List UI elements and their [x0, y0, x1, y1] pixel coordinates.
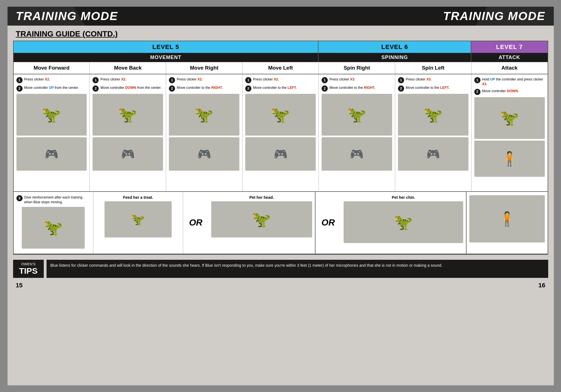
pet-head-emoji: 🦖 [252, 210, 271, 229]
col-attack: 1 Hold UP the controller and press click… [472, 74, 548, 191]
owens-tips-box: Owen's Tips [13, 260, 44, 278]
page-number-right: 16 [538, 282, 545, 289]
section-title: Training Guide (Contd.) [8, 26, 554, 41]
dino-emoji-right: 🦖 [195, 106, 214, 124]
col-spin-right: 1 Press clicker X3. 2 Move controller to… [319, 74, 395, 191]
step1-text-attack: Hold UP the controller and press clicker… [482, 77, 545, 87]
step3-instruction: 3 Give reinforcement after each training… [16, 195, 90, 205]
x3-highlight-sl: X3. [426, 77, 432, 81]
col-header-move-left: Move Left [242, 62, 319, 74]
subcategory-spinning: Spinning [319, 53, 471, 62]
step-num-3: 3 [16, 195, 23, 201]
step2-spin-left: 2 Move controller to the LEFT. [398, 85, 468, 92]
step3-dino-emoji: 🦖 [44, 219, 63, 237]
step1-text-right: Press clicker X2. [177, 77, 203, 82]
controller-emoji-spinleft: 🎮 [426, 148, 440, 161]
col-move-right: 1 Press clicker X2. 2 Move controller to… [166, 74, 242, 191]
dino-img-spin-right: 🦖 [322, 94, 392, 136]
content-row: 1 Press clicker X2. 2 Move controller UP… [14, 74, 548, 192]
feed-img: 🦖 [105, 201, 172, 237]
or2-text: OR [321, 217, 335, 228]
step1-spin-left: 1 Press clicker X3. [398, 77, 468, 83]
tips-text: Blue listens for clicker commands and wi… [47, 260, 548, 278]
step-num-2r: 2 [169, 85, 175, 92]
step1-move-right: 1 Press clicker X2. [169, 77, 239, 83]
step2-text-right: Move controller to the RIGHT. [177, 85, 223, 90]
step2-text-spinleft: Move controller to the LEFT. [406, 85, 450, 90]
controller-img-move-back: 🎮 [93, 137, 163, 171]
step2-text-back: Move controller DOWN from the center. [100, 85, 161, 90]
step1-move-back: 1 Press clicker X2. [93, 77, 163, 83]
person-img-attack: 🧍 [474, 141, 545, 177]
pet-head-label: Pet her head. [211, 195, 312, 200]
x3-highlight-attack: X3. [482, 82, 487, 86]
x2-highlight-back: X2. [121, 77, 127, 81]
x3-highlight-sr: X3. [350, 77, 355, 81]
level7-header: Level 7 [471, 41, 547, 53]
step-num-1sl: 1 [398, 77, 404, 83]
right-highlight: RIGHT. [211, 86, 223, 90]
feed-col: Feed her a treat. 🦖 [93, 192, 183, 254]
step2-text: Move controller UP from the center. [24, 85, 79, 90]
step-num-2l: 2 [245, 85, 251, 92]
controller-emoji-back: 🎮 [121, 148, 135, 161]
step-num-1r: 1 [169, 77, 175, 83]
step2-move-right: 2 Move controller to the RIGHT. [169, 85, 239, 92]
owens-label: Owen's [21, 262, 36, 266]
pet-chin-label: Pet her chin. [344, 195, 463, 200]
dino-img-spin-left: 🦖 [398, 94, 468, 136]
col-move-back: 1 Press clicker X2. 2 Move controller DO… [90, 74, 166, 191]
step2-attack: 2 Move controller DOWN. [474, 89, 545, 95]
col-header-move-back: Move Back [90, 62, 166, 74]
attack-person-emoji: 🧍 [498, 211, 516, 227]
pet-chin-col: Pet her chin. 🦖 [341, 192, 466, 254]
controller-img-move-right: 🎮 [169, 137, 239, 171]
step2-text-left: Move controller to the LEFT. [253, 85, 297, 90]
pet-chin-img: 🦖 [344, 201, 463, 243]
step1-attack: 1 Hold UP the controller and press click… [474, 77, 545, 87]
level6-header: Level 6 [319, 41, 471, 53]
x2-highlight-left: X2. [274, 77, 279, 81]
dino-emoji-back: 🦖 [118, 106, 137, 124]
step1-spin-right: 1 Press clicker X3. [322, 77, 392, 83]
person-emoji-attack: 🧍 [501, 151, 518, 167]
bottom-row: 3 Give reinforcement after each training… [14, 192, 548, 254]
attack-bottom-col: 🧍 [467, 192, 547, 254]
or2-divider: OR [315, 192, 341, 254]
col-header-move-forward: Move Forward [14, 62, 90, 74]
step-num-1l: 1 [245, 77, 251, 83]
col-headers: Move Forward Move Back Move Right Move L… [14, 62, 548, 74]
dino-img-move-left: 🦖 [245, 94, 316, 136]
dino-img-move-back: 🦖 [93, 94, 163, 136]
col-move-left: 1 Press clicker X2. 2 Move controller to… [242, 74, 319, 191]
col-header-spin-right: Spin Right [319, 62, 395, 74]
step2-move-forward: 2 Move controller UP from the center. [16, 85, 87, 92]
col-header-spin-left: Spin Left [395, 62, 472, 74]
left-highlight-sl: LEFT. [440, 86, 449, 90]
step1-text-spinright: Press clicker X3. [329, 77, 355, 82]
pet-chin-emoji: 🦖 [394, 213, 413, 231]
controller-img-spin-right: 🎮 [322, 137, 392, 171]
dino-img-attack: 🦖 [474, 97, 545, 139]
step2-text-attack: Move controller DOWN. [482, 89, 519, 94]
controller-emoji-right: 🎮 [197, 148, 211, 161]
step-num-1a: 1 [474, 77, 480, 83]
step2-text-spinright: Move controller to the RIGHT. [329, 85, 375, 90]
header-left-title: Training Mode [16, 9, 118, 23]
attack-person-img: 🧍 [469, 195, 545, 242]
controller-img-move-left: 🎮 [245, 137, 316, 171]
tips-row: Owen's Tips Blue listens for clicker com… [8, 258, 554, 280]
tips-label: Tips [19, 266, 38, 276]
level6-bottom: OR Pet her chin. 🦖 [315, 192, 467, 254]
step1-text-back: Press clicker X2. [100, 77, 126, 82]
step-num-1sr: 1 [322, 77, 328, 83]
feed-label: Feed her a treat. [96, 195, 180, 200]
controller-img-spin-left: 🎮 [398, 137, 468, 171]
dino-emoji-forward: 🦖 [42, 106, 61, 124]
x2-highlight: X2. [45, 77, 50, 81]
header-right-title: Training Mode [443, 9, 545, 23]
dino-emoji-spinleft: 🦖 [424, 106, 443, 124]
header: Training Mode Training Mode [8, 7, 554, 26]
right-highlight-sr: RIGHT. [364, 86, 375, 90]
step-num-2sl: 2 [398, 85, 404, 92]
